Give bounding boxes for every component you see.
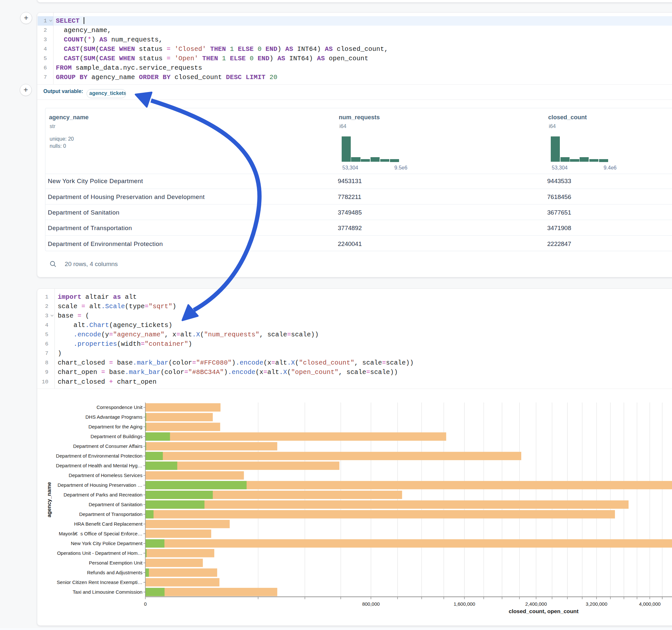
svg-text:HRA Benefit Card Replacement: HRA Benefit Card Replacement xyxy=(74,521,143,527)
svg-text:Department of Health and Menta: Department of Health and Mental Hyg… xyxy=(56,463,143,468)
svg-text:Department of Sanitation: Department of Sanitation xyxy=(89,502,142,507)
svg-text:800,000: 800,000 xyxy=(362,601,380,607)
svg-text:Senior Citizen Rent Increase E: Senior Citizen Rent Increase Exempti… xyxy=(57,579,142,585)
svg-text:0: 0 xyxy=(144,601,146,607)
svg-text:Department of Environmental Pr: Department of Environmental Protection xyxy=(56,453,143,459)
svg-text:Department of Housing Preserva: Department of Housing Preservation … xyxy=(58,482,143,488)
svg-text:Department of Consumer Affairs: Department of Consumer Affairs xyxy=(73,443,142,449)
svg-text:Operations Unit - Department o: Operations Unit - Department of Hom… xyxy=(57,550,142,556)
svg-text:closed_count, open_count: closed_count, open_count xyxy=(509,608,579,614)
svg-text:Department of Parks and Recrea: Department of Parks and Recreation xyxy=(64,492,142,498)
svg-text:3,200,000: 3,200,000 xyxy=(586,601,607,607)
svg-text:Department for the Aging: Department for the Aging xyxy=(89,424,143,429)
svg-text:Department of Transportation: Department of Transportation xyxy=(79,511,142,517)
svg-text:Personal Exemption Unit: Personal Exemption Unit xyxy=(89,560,143,565)
svg-text:Department of Buildings: Department of Buildings xyxy=(91,434,142,439)
svg-text:New York City Police Departmen: New York City Police Department xyxy=(71,540,143,546)
svg-text:Correspondence Unit: Correspondence Unit xyxy=(97,405,143,410)
svg-text:agency_name: agency_name xyxy=(46,482,52,517)
svg-text:Mayorâ€ s Office of Special E: Mayorâ€ s Office of Special Enforce… xyxy=(59,531,142,536)
svg-text:Department of Homeless Service: Department of Homeless Services xyxy=(69,472,143,478)
svg-text:Refunds and Adjustments: Refunds and Adjustments xyxy=(87,570,142,575)
svg-text:1,600,000: 1,600,000 xyxy=(454,601,475,607)
svg-text:2,400,000: 2,400,000 xyxy=(525,601,547,607)
svg-text:4,000,000: 4,000,000 xyxy=(639,601,661,607)
svg-text:Taxi and Limousine Commission: Taxi and Limousine Commission xyxy=(73,589,142,595)
svg-text:DHS Advantage Programs: DHS Advantage Programs xyxy=(85,414,142,420)
